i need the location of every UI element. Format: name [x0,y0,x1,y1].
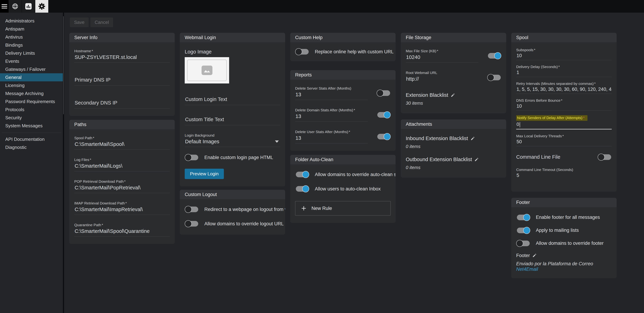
bar-chart-icon [25,3,32,9]
sidebar-item-delivery-limits[interactable]: Delivery Limits [0,49,63,57]
autoclean-inbox-toggle[interactable] [295,185,309,192]
menu-icon[interactable] [0,0,8,13]
field-max-file-size: Max File Size (KB)* 10240 [406,49,501,63]
toggle-logout-override-row: Allow domains to override logout URL [185,220,280,227]
root-webmail-url-toggle[interactable] [487,74,501,81]
command-line-file-toggle[interactable] [598,154,612,161]
sidebar-item-gateways-failover[interactable]: Gateways / Failover [0,65,63,73]
delete-user-stats-toggle[interactable] [376,133,391,140]
sidebar-item-antivirus[interactable]: Antivirus [0,33,63,41]
footer-link[interactable]: Net4Email [516,267,538,272]
sidebar-item-antispam[interactable]: Antispam [0,25,63,33]
max-file-size-toggle[interactable] [487,52,501,59]
primary-dns-input[interactable]: Primary DNS IP [74,76,170,86]
settings-page: Administrators Antispam Antivirus Bindin… [0,0,644,313]
secondary-dns-input[interactable]: Secondary DNS IP [74,99,170,109]
autoclean-override-toggle[interactable] [295,171,309,178]
logout-override-toggle[interactable] [185,220,199,227]
delete-server-stats-input[interactable]: 13 [295,91,368,100]
sidebar-item-message-archiving[interactable]: Message Archiving [0,89,63,98]
notify-senders-input[interactable]: 0 [516,121,612,129]
pop-retrieval-input[interactable]: C:\SmarterMail\PopRetrieval\ [74,184,170,193]
logo-image-upload[interactable] [185,57,229,83]
cancel-button[interactable]: Cancel [90,17,113,27]
save-button[interactable]: Save [70,17,89,27]
logo-image-field: Logo Image [185,49,280,83]
sidebar-item-administrators[interactable]: Administrators [0,17,63,25]
sidebar-item-general[interactable]: General [0,73,63,81]
field-custom-title-text: Custom Title Text [185,116,280,125]
delete-user-stats-input[interactable]: 13 [295,134,368,144]
edit-icon[interactable] [451,93,455,97]
sidebar-item-api-documentation[interactable]: API Documentation [0,135,63,143]
delete-domain-stats-input[interactable]: 13 [295,113,368,122]
footer-preview-text: Enviado por la Plataforma de Correo Net4… [516,261,612,272]
retry-intervals-input[interactable]: 1, 5, 5, 15, 30, 30, 30, 30, 60, 90, 120… [516,86,612,94]
sidebar-item-bindings[interactable]: Bindings [0,41,63,49]
sidebar-item-password-requirements[interactable]: Password Requirements [0,98,63,106]
globe-icon [12,3,18,10]
hostname-input[interactable]: SUP-ZSYLVESTER.st.local [74,53,170,63]
custom-login-text-input[interactable]: Custom Login Text [185,96,280,105]
footer-enable-toggle[interactable] [516,214,530,221]
logout-redirect-toggle[interactable] [185,206,199,213]
root-webmail-url-input[interactable]: http:// [406,75,478,84]
toggle-autoclean-override-row: Allow domains to override auto-clean set… [295,171,391,178]
field-spool-path: Spool Path* C:\SmarterMail\Spool\ [74,136,170,150]
edit-icon[interactable] [474,157,478,162]
card-title: Attachments [401,119,506,129]
new-rule-button[interactable]: New Rule [295,201,391,215]
footer-card: Footer Enable footer for all messages Ap… [511,198,616,278]
card-title: Footer [511,198,616,207]
field-subspools: Subspools* 10 [516,48,612,60]
tab-domains[interactable] [8,0,22,13]
footer-override-toggle[interactable] [516,240,530,247]
max-local-threads-input[interactable]: 50 [516,139,612,146]
topbar [0,0,644,13]
tab-reports[interactable] [22,0,35,13]
field-delete-user-stats: Delete User Stats After (Months)* 13 [295,130,391,144]
card-title: Paths [69,120,175,129]
custom-help-url-toggle[interactable] [295,48,309,55]
login-background-select[interactable]: Default Images [185,138,280,147]
max-file-size-input[interactable]: 10240 [406,53,478,63]
sidebar-main-divider [63,13,64,313]
sidebar-item-system-messages[interactable]: System Messages [0,122,63,130]
enable-custom-html-toggle[interactable] [185,154,199,161]
field-secondary-dns: Secondary DNS IP [74,99,170,109]
field-max-local-threads: Max Local Delivery Threads* 50 [516,134,612,146]
footer-mailing-lists-toggle[interactable] [516,227,530,234]
card-title: Server Info [69,33,175,42]
scrollbar-thumb[interactable] [63,16,64,114]
folder-auto-clean-card: Folder Auto-Clean Allow domains to overr… [290,155,396,223]
card-title: Spool [511,33,616,42]
server-info-card: Server Info Hostname* SUP-ZSYLVESTER.st.… [69,33,175,116]
quarantine-path-input[interactable]: C:\SmarterMail\Spool\Quarantine [74,227,170,237]
highlighted-label: Notify Senders of Delay After (Attempts)… [516,115,588,121]
delete-server-stats-toggle[interactable] [376,90,391,97]
sidebar-item-protocols[interactable]: Protocols [0,106,63,114]
spool-path-input[interactable]: C:\SmarterMail\Spool\ [74,141,170,150]
custom-title-text-input[interactable]: Custom Title Text [185,116,280,125]
command-line-timeout-input[interactable]: 5 [516,172,612,180]
subspools-input[interactable]: 10 [516,52,612,60]
sidebar-item-events[interactable]: Events [0,57,63,65]
field-primary-dns: Primary DNS IP [74,76,170,86]
edit-icon[interactable] [470,137,475,141]
delete-domain-stats-toggle[interactable] [376,111,391,118]
preview-login-button[interactable]: Preview Login [185,169,224,179]
inbound-blacklist-count: 0 items [406,144,501,149]
sidebar-item-security[interactable]: Security [0,114,63,122]
field-imap-retrieval-path: IMAP Retrieval Download Path* C:\Smarter… [74,201,170,215]
edit-icon[interactable] [532,253,536,258]
delivery-delay-input[interactable]: 1 [516,69,612,77]
sidebar-item-diagnostic[interactable]: Diagnostic [0,143,63,151]
log-files-input[interactable]: C:\SmarterMail\Logs\ [74,162,170,171]
card-title: File Storage [401,33,506,42]
tab-settings[interactable] [35,0,49,13]
imap-retrieval-input[interactable]: C:\SmarterMail\ImapRetrieval\ [74,206,170,215]
field-custom-login-text: Custom Login Text [185,96,280,105]
field-delivery-delay: Delivery Delay (Seconds)* 1 [516,65,612,77]
dns-errors-input[interactable]: 10 [516,103,612,111]
sidebar-item-licensing[interactable]: Licensing [0,81,63,89]
